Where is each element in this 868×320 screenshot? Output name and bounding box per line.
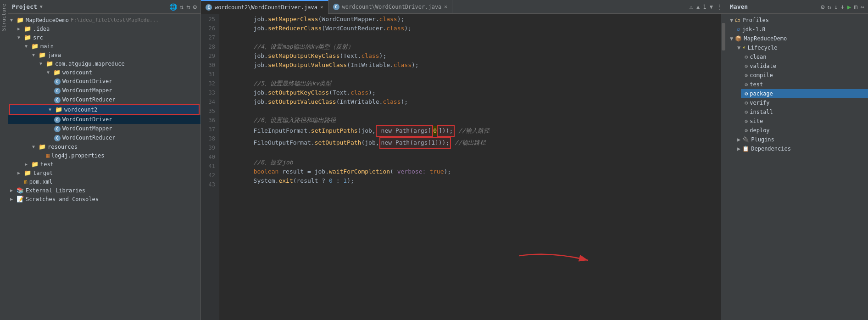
code-line-39 xyxy=(225,149,716,158)
tabs-extra: ⚠ ▲ 1 ▼ ⋮ xyxy=(690,4,726,10)
maven-test[interactable]: ⚙ test xyxy=(741,80,868,89)
tab-inactive[interactable]: C wordcount\WordCountDriver.java ✕ xyxy=(328,0,452,14)
structure-label: Structure xyxy=(0,0,8,35)
tree-java[interactable]: ▼ 📁 java xyxy=(8,51,200,59)
tree-wordcount[interactable]: ▼ 📁 wordcount xyxy=(8,68,200,77)
maven-refresh-icon[interactable]: ↻ xyxy=(827,3,831,11)
maven-install[interactable]: ⚙ install xyxy=(741,107,868,117)
tree-wordcount2[interactable]: ▼ 📁 wordcount2 xyxy=(9,104,200,115)
tree-pkg[interactable]: ▼ 📁 com.atguigu.mapreduce xyxy=(8,59,200,68)
maven-project[interactable]: ▼ 📦 MapReduceDemo xyxy=(726,34,868,43)
maven-jdk[interactable]: ☑ jdk-1.8 xyxy=(734,25,868,34)
maven-test-label: test xyxy=(750,81,763,88)
tree-wcm2[interactable]: C WordCountMapper xyxy=(8,124,200,133)
maven-site[interactable]: ⚙ site xyxy=(741,117,868,126)
code-line-37: FileInputFormat.setInputPaths(job, new P… xyxy=(225,125,716,137)
maven-clean[interactable]: ⚙ clean xyxy=(741,52,868,62)
pkg-label: com.atguigu.mapreduce xyxy=(55,61,125,67)
code-content[interactable]: job.setMapperClass(WordCountMapper.class… xyxy=(219,14,721,320)
maven-verify[interactable]: ⚙ verify xyxy=(741,98,868,107)
tree-target[interactable]: ▶ 📁 target xyxy=(8,168,200,177)
maven-expand-icon[interactable]: ⇔ xyxy=(861,3,864,11)
maven-validate[interactable]: ⚙ validate xyxy=(741,62,868,71)
tree-src[interactable]: ▼ 📁 src xyxy=(8,33,200,42)
tree-root[interactable]: ▼ 📁 MapReduceDemo F:\idea_file1\test\Map… xyxy=(8,16,200,24)
tree-pom[interactable]: ▶ m pom.xml xyxy=(8,177,200,186)
code-line-43 xyxy=(225,185,716,195)
maven-tree: ▼ 🗂 Profiles ☑ jdk-1.8 ▼ 📦 MapReduceDemo… xyxy=(726,14,868,320)
maven-header: Maven ⚙ ↻ ↓ + ▶ m ⇔ xyxy=(726,0,868,14)
maven-run-icon[interactable]: ▶ xyxy=(847,3,851,11)
editor-scrollbar[interactable] xyxy=(721,14,726,320)
tree-wcr1[interactable]: C WordCountReducer xyxy=(8,95,200,104)
tree-wcm1[interactable]: C WordCountMapper xyxy=(8,86,200,95)
maven-m-icon[interactable]: m xyxy=(854,3,857,11)
code-line-40: //6、提交job xyxy=(225,158,716,167)
maven-dependencies[interactable]: ▶ 📋 Dependencies xyxy=(734,144,868,153)
project-tree: ▼ 📁 MapReduceDemo F:\idea_file1\test\Map… xyxy=(8,14,200,320)
red-arrow-annotation xyxy=(515,242,597,279)
code-line-28: //4、设置map输出的kv类型（反射） xyxy=(225,42,716,51)
tree-wcd1[interactable]: C WordCountDriver xyxy=(8,77,200,86)
wordcount-label: wordcount xyxy=(62,69,92,76)
tree-resources[interactable]: ▼ 📁 resources xyxy=(8,142,200,151)
maven-deploy[interactable]: ⚙ deploy xyxy=(741,126,868,135)
code-editor[interactable]: 25 26 27 28 29 30 31 32 33 34 35 36 37 3… xyxy=(201,14,726,320)
tree-wcr2[interactable]: C WordCountReducer xyxy=(8,133,200,142)
tab-active-close[interactable]: ✕ xyxy=(320,4,323,10)
wcr1-label: WordCountReducer xyxy=(62,96,116,103)
tree-test[interactable]: ▶ 📁 test xyxy=(8,160,200,168)
editor-area: C wordcount2\WordCountDriver.java ✕ C wo… xyxy=(201,0,726,320)
more-tabs-icon[interactable]: ⋮ xyxy=(717,4,722,10)
wordcount2-label: wordcount2 xyxy=(64,107,97,113)
maven-compile[interactable]: ⚙ compile xyxy=(741,71,868,80)
maven-plugins[interactable]: ▶ 🔌 Plugins xyxy=(734,135,868,144)
maven-lifecycle-label: Lifecycle xyxy=(747,45,777,51)
maven-site-label: site xyxy=(750,118,763,124)
settings-icon[interactable]: ⚙ xyxy=(193,3,197,11)
maven-package[interactable]: ⚙ package xyxy=(741,89,868,98)
maven-verify-label: verify xyxy=(750,100,769,106)
maven-settings-icon[interactable]: ⚙ xyxy=(821,3,824,11)
structure-tab[interactable]: Structure xyxy=(0,0,8,320)
tree-main[interactable]: ▼ 📁 main xyxy=(8,42,200,51)
tab-active-icon: C xyxy=(206,4,212,11)
maven-profiles[interactable]: ▼ 🗂 Profiles xyxy=(726,16,868,25)
tree-idea[interactable]: ▶ 📁 .idea xyxy=(8,24,200,33)
sort-icon[interactable]: ⇅ xyxy=(180,3,184,11)
project-title: Project xyxy=(12,3,37,10)
maven-project-label: MapReduceDemo xyxy=(744,35,787,42)
main-label: main xyxy=(40,43,54,50)
maven-validate-label: validate xyxy=(750,63,776,69)
code-line-31 xyxy=(225,70,716,79)
collapse-icon[interactable]: ⇆ xyxy=(186,3,190,11)
globe-icon[interactable]: 🌐 xyxy=(169,3,177,11)
maven-install-gear-icon: ⚙ xyxy=(745,109,748,115)
ext-lib-label: External Libraries xyxy=(26,187,85,194)
tree-log4j[interactable]: ▶ ▦ log4j.properties xyxy=(8,151,200,160)
pom-label: pom.xml xyxy=(29,179,53,185)
maven-lifecycle[interactable]: ▼ ⚡ Lifecycle xyxy=(734,43,868,52)
tab-active[interactable]: C wordcount2\WordCountDriver.java ✕ xyxy=(201,0,328,14)
tab-inactive-close[interactable]: ✕ xyxy=(444,4,447,10)
project-dropdown-icon[interactable]: ▼ xyxy=(40,4,43,9)
log4j-label: log4j.properties xyxy=(51,152,105,159)
tabs-bar: C wordcount2\WordCountDriver.java ✕ C wo… xyxy=(201,0,726,14)
maven-verify-gear-icon: ⚙ xyxy=(745,100,748,106)
maven-title: Maven xyxy=(730,3,748,10)
maven-download-icon[interactable]: ↓ xyxy=(834,3,838,11)
maven-test-gear-icon: ⚙ xyxy=(745,81,748,88)
maven-install-label: install xyxy=(750,109,773,115)
maven-header-icons: ⚙ ↻ ↓ + ▶ m ⇔ xyxy=(821,3,864,11)
tab-active-label: wordcount2\WordCountDriver.java xyxy=(215,4,317,11)
tree-scratches[interactable]: ▶ 📝 Scratches and Consoles xyxy=(8,195,200,203)
wcm2-label: WordCountMapper xyxy=(62,125,112,132)
tree-ext-lib[interactable]: ▶ 📚 External Libraries xyxy=(8,186,200,195)
tab-inactive-icon: C xyxy=(333,4,339,10)
maven-site-gear-icon: ⚙ xyxy=(745,118,748,124)
maven-add-icon[interactable]: + xyxy=(840,3,844,11)
test-label: test xyxy=(40,161,54,168)
tree-wcd2[interactable]: C WordCountDriver xyxy=(8,115,200,124)
wcm1-label: WordCountMapper xyxy=(62,87,112,94)
tab-inactive-label: wordcount\WordCountDriver.java xyxy=(342,4,442,10)
